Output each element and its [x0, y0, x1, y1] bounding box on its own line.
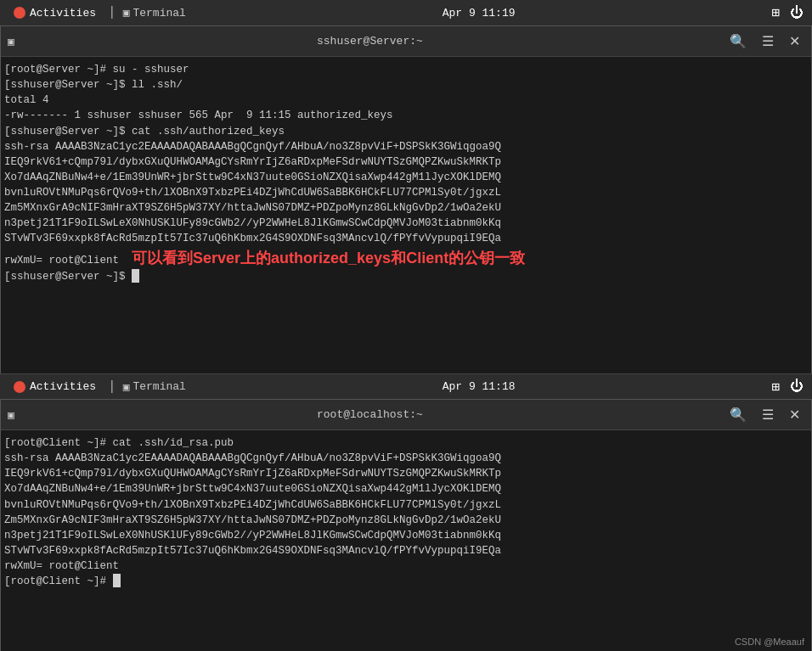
activities-icon-bottom	[14, 381, 25, 393]
power-icon-top[interactable]: ⏻	[790, 5, 804, 21]
top-bar-right: ⊞ ⏻	[771, 4, 804, 21]
close-button-top[interactable]: ✕	[785, 31, 804, 51]
network-icon-top: ⊞	[771, 4, 780, 21]
activities-icon	[14, 7, 25, 19]
power-icon-bottom[interactable]: ⏻	[790, 379, 804, 395]
bottom-bar-datetime: Apr 9 11:18	[443, 380, 516, 393]
terminal-taskbar-label-bottom: Terminal	[133, 380, 185, 393]
close-button-bottom[interactable]: ✕	[785, 405, 804, 424]
activities-button[interactable]: Activities	[8, 5, 101, 21]
terminal-icon-top: ▣	[123, 6, 130, 20]
search-button-top[interactable]: 🔍	[725, 31, 751, 51]
bottom-terminal-title: root@localhost:~	[14, 408, 725, 421]
terminal-window-bottom: ▣ root@localhost:~ 🔍 ☰ ✕ [root@Client ~]…	[0, 399, 812, 651]
titlebar-terminal-icon-bottom: ▣	[8, 408, 14, 422]
bottom-bar-right: ⊞ ⏻	[771, 379, 804, 396]
cursor-bottom	[113, 574, 121, 587]
terminal-taskbar-bottom[interactable]: ▣ Terminal	[123, 380, 186, 394]
terminal-taskbar[interactable]: ▣ Terminal	[123, 6, 186, 20]
top-terminal-title: sshuser@Server:~	[14, 35, 725, 48]
titlebar-left-bottom: ▣	[8, 408, 14, 422]
bottom-terminal-content[interactable]: [root@Client ~]# cat .ssh/id_rsa.pub ssh…	[1, 430, 811, 651]
titlebar-left-top: ▣	[8, 35, 14, 48]
top-terminal-content[interactable]: [root@Server ~]# su - sshuser [sshuser@S…	[1, 57, 811, 374]
datetime-bottom: Apr 9 11:18	[443, 380, 516, 393]
top-bar-left: Activities | ▣ Terminal	[8, 5, 186, 21]
activities-button-bottom[interactable]: Activities	[8, 379, 101, 395]
separator: |	[108, 5, 116, 20]
bottom-bar-left: Activities | ▣ Terminal	[8, 379, 186, 395]
separator-bottom: |	[108, 379, 116, 395]
activities-label: Activities	[30, 7, 96, 20]
top-system-bar: Activities | ▣ Terminal Apr 9 11:19 ⊞ ⏻	[0, 0, 812, 25]
bottom-system-bar: Activities | ▣ Terminal Apr 9 11:18 ⊞ ⏻	[0, 373, 812, 399]
top-terminal-titlebar: ▣ sshuser@Server:~ 🔍 ☰ ✕	[1, 26, 811, 57]
menu-button-top[interactable]: ☰	[758, 31, 778, 51]
network-icon-bottom: ⊞	[771, 379, 780, 396]
terminal-window-top: ▣ sshuser@Server:~ 🔍 ☰ ✕ [root@Server ~]…	[0, 25, 812, 373]
top-bar-datetime: Apr 9 11:19	[443, 7, 516, 20]
datetime-top: Apr 9 11:19	[443, 7, 516, 20]
activities-label-bottom: Activities	[30, 380, 96, 393]
terminal-icon-bottom-bar: ▣	[123, 380, 130, 394]
cursor-top	[132, 269, 139, 283]
search-button-bottom[interactable]: 🔍	[725, 405, 751, 424]
menu-button-bottom[interactable]: ☰	[758, 405, 778, 424]
terminal-taskbar-label: Terminal	[133, 7, 185, 20]
titlebar-right-bottom: 🔍 ☰ ✕	[725, 405, 804, 424]
watermark: CSDN @Meaauf	[735, 637, 804, 647]
titlebar-right-top: 🔍 ☰ ✕	[725, 31, 804, 51]
bottom-terminal-titlebar: ▣ root@localhost:~ 🔍 ☰ ✕	[1, 400, 811, 430]
titlebar-terminal-icon-top: ▣	[8, 35, 14, 48]
annotation-text: 可以看到Server上的authorized_keys和Client的公钥一致	[132, 250, 525, 267]
